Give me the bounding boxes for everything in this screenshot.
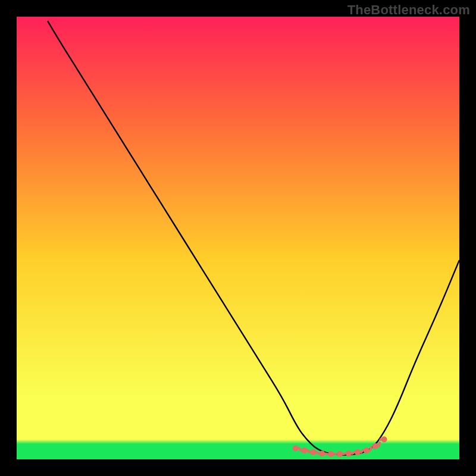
chart-svg (17, 17, 459, 459)
marker-dash (343, 453, 345, 454)
marker-dot (337, 451, 343, 457)
marker-dot (364, 447, 369, 453)
chart-container: TheBottleneck.com (0, 0, 476, 476)
marker-dot (328, 451, 334, 457)
marker-dot (381, 437, 387, 443)
marker-dash (325, 453, 327, 454)
marker-dot (372, 443, 378, 449)
marker-dash (370, 446, 372, 450)
marker-dot (310, 449, 316, 455)
marker-dot (355, 449, 361, 455)
marker-dot (302, 447, 308, 453)
marker-dash (299, 448, 301, 450)
marker-dash (352, 452, 354, 453)
marker-dash (361, 450, 363, 452)
marker-dot (293, 445, 299, 451)
marker-dash (317, 452, 318, 453)
marker-dot (346, 450, 352, 456)
attribution-text: TheBottleneck.com (347, 2, 470, 18)
marker-dash (308, 450, 310, 452)
plot-area (17, 17, 459, 459)
marker-dot (319, 450, 325, 456)
chart-background (17, 17, 459, 459)
